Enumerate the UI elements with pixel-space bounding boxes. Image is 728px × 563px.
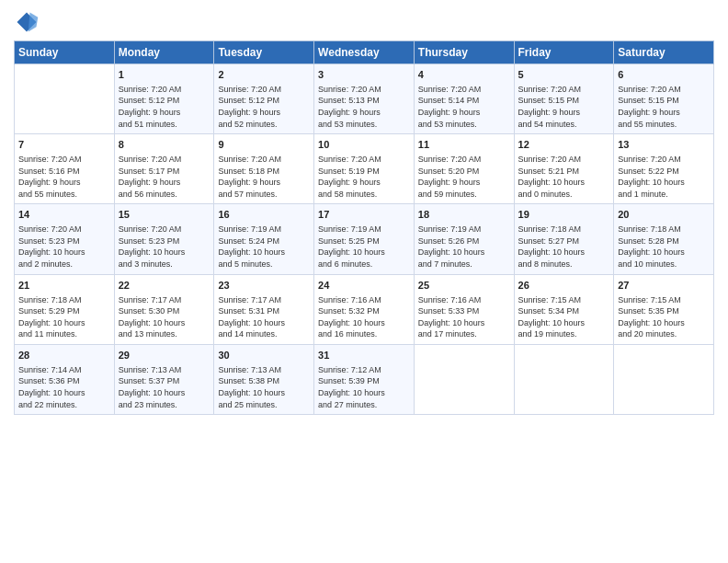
- day-number: 20: [618, 208, 710, 222]
- day-cell: 7Sunrise: 7:20 AM Sunset: 5:16 PM Daylig…: [15, 134, 115, 204]
- page: SundayMondayTuesdayWednesdayThursdayFrid…: [0, 0, 728, 563]
- day-info: Sunrise: 7:19 AM Sunset: 5:25 PM Dayligh…: [318, 224, 410, 270]
- day-info: Sunrise: 7:20 AM Sunset: 5:12 PM Dayligh…: [119, 84, 210, 130]
- day-info: Sunrise: 7:13 AM Sunset: 5:37 PM Dayligh…: [119, 364, 210, 410]
- day-cell: 2Sunrise: 7:20 AM Sunset: 5:12 PM Daylig…: [214, 64, 314, 134]
- day-info: Sunrise: 7:20 AM Sunset: 5:13 PM Dayligh…: [318, 84, 410, 130]
- day-number: 17: [318, 208, 410, 222]
- day-number: 27: [618, 279, 710, 293]
- day-number: 2: [218, 68, 310, 82]
- day-info: Sunrise: 7:15 AM Sunset: 5:34 PM Dayligh…: [518, 294, 610, 340]
- day-cell: 30Sunrise: 7:13 AM Sunset: 5:38 PM Dayli…: [214, 344, 314, 414]
- day-cell: 18Sunrise: 7:19 AM Sunset: 5:26 PM Dayli…: [414, 204, 514, 274]
- day-info: Sunrise: 7:20 AM Sunset: 5:19 PM Dayligh…: [318, 154, 410, 200]
- calendar-table: SundayMondayTuesdayWednesdayThursdayFrid…: [14, 40, 714, 415]
- day-number: 10: [318, 138, 410, 152]
- day-info: Sunrise: 7:20 AM Sunset: 5:17 PM Dayligh…: [119, 154, 210, 200]
- day-cell: 26Sunrise: 7:15 AM Sunset: 5:34 PM Dayli…: [514, 274, 614, 344]
- day-cell: [15, 64, 115, 134]
- day-number: 25: [418, 279, 510, 293]
- day-info: Sunrise: 7:16 AM Sunset: 5:32 PM Dayligh…: [318, 294, 410, 340]
- day-cell: 23Sunrise: 7:17 AM Sunset: 5:31 PM Dayli…: [214, 274, 314, 344]
- day-cell: 3Sunrise: 7:20 AM Sunset: 5:13 PM Daylig…: [314, 64, 415, 134]
- day-cell: 14Sunrise: 7:20 AM Sunset: 5:23 PM Dayli…: [15, 204, 115, 274]
- day-cell: 31Sunrise: 7:12 AM Sunset: 5:39 PM Dayli…: [314, 344, 415, 414]
- day-number: 24: [318, 279, 410, 293]
- day-cell: 25Sunrise: 7:16 AM Sunset: 5:33 PM Dayli…: [414, 274, 514, 344]
- day-number: 11: [418, 138, 510, 152]
- day-cell: 12Sunrise: 7:20 AM Sunset: 5:21 PM Dayli…: [514, 134, 614, 204]
- day-cell: 19Sunrise: 7:18 AM Sunset: 5:27 PM Dayli…: [514, 204, 614, 274]
- day-cell: 27Sunrise: 7:15 AM Sunset: 5:35 PM Dayli…: [614, 274, 714, 344]
- week-row-1: 1Sunrise: 7:20 AM Sunset: 5:12 PM Daylig…: [15, 64, 714, 134]
- day-number: 30: [218, 349, 310, 362]
- day-info: Sunrise: 7:17 AM Sunset: 5:31 PM Dayligh…: [218, 294, 310, 340]
- day-cell: [414, 344, 514, 414]
- day-info: Sunrise: 7:20 AM Sunset: 5:23 PM Dayligh…: [18, 224, 110, 270]
- day-number: 1: [119, 68, 210, 82]
- day-info: Sunrise: 7:14 AM Sunset: 5:36 PM Dayligh…: [18, 364, 110, 410]
- day-info: Sunrise: 7:20 AM Sunset: 5:14 PM Dayligh…: [418, 84, 510, 130]
- day-info: Sunrise: 7:19 AM Sunset: 5:26 PM Dayligh…: [418, 224, 510, 270]
- header: [14, 9, 714, 35]
- day-cell: [514, 344, 614, 414]
- day-info: Sunrise: 7:20 AM Sunset: 5:20 PM Dayligh…: [418, 154, 510, 200]
- day-number: 15: [119, 208, 210, 222]
- day-cell: 1Sunrise: 7:20 AM Sunset: 5:12 PM Daylig…: [114, 64, 214, 134]
- day-info: Sunrise: 7:18 AM Sunset: 5:27 PM Dayligh…: [518, 224, 610, 270]
- col-header-wednesday: Wednesday: [314, 41, 415, 64]
- day-cell: 24Sunrise: 7:16 AM Sunset: 5:32 PM Dayli…: [314, 274, 415, 344]
- day-number: 9: [218, 138, 310, 152]
- col-header-friday: Friday: [514, 41, 614, 64]
- day-number: 23: [218, 279, 310, 293]
- day-number: 16: [218, 208, 310, 222]
- day-cell: 8Sunrise: 7:20 AM Sunset: 5:17 PM Daylig…: [114, 134, 214, 204]
- day-cell: 5Sunrise: 7:20 AM Sunset: 5:15 PM Daylig…: [514, 64, 614, 134]
- day-cell: 21Sunrise: 7:18 AM Sunset: 5:29 PM Dayli…: [15, 274, 115, 344]
- day-cell: 6Sunrise: 7:20 AM Sunset: 5:15 PM Daylig…: [614, 64, 714, 134]
- week-row-2: 7Sunrise: 7:20 AM Sunset: 5:16 PM Daylig…: [15, 134, 714, 204]
- day-cell: 29Sunrise: 7:13 AM Sunset: 5:37 PM Dayli…: [114, 344, 214, 414]
- day-info: Sunrise: 7:15 AM Sunset: 5:35 PM Dayligh…: [618, 294, 710, 340]
- day-number: 5: [518, 68, 610, 82]
- day-cell: 4Sunrise: 7:20 AM Sunset: 5:14 PM Daylig…: [414, 64, 514, 134]
- day-number: 6: [618, 68, 710, 82]
- day-info: Sunrise: 7:18 AM Sunset: 5:29 PM Dayligh…: [18, 294, 110, 340]
- day-cell: [614, 344, 714, 414]
- day-number: 7: [18, 138, 110, 152]
- day-number: 3: [318, 68, 410, 82]
- day-number: 28: [18, 349, 110, 362]
- logo-icon: [14, 9, 40, 35]
- day-cell: 28Sunrise: 7:14 AM Sunset: 5:36 PM Dayli…: [15, 344, 115, 414]
- logo: [14, 9, 43, 35]
- day-cell: 11Sunrise: 7:20 AM Sunset: 5:20 PM Dayli…: [414, 134, 514, 204]
- day-number: 31: [318, 349, 410, 362]
- day-info: Sunrise: 7:13 AM Sunset: 5:38 PM Dayligh…: [218, 364, 310, 410]
- day-info: Sunrise: 7:20 AM Sunset: 5:16 PM Dayligh…: [18, 154, 110, 200]
- svg-marker-1: [28, 13, 39, 32]
- day-number: 14: [18, 208, 110, 222]
- col-header-saturday: Saturday: [614, 41, 714, 64]
- day-number: 22: [119, 279, 210, 293]
- day-info: Sunrise: 7:20 AM Sunset: 5:18 PM Dayligh…: [218, 154, 310, 200]
- day-number: 12: [518, 138, 610, 152]
- day-info: Sunrise: 7:20 AM Sunset: 5:15 PM Dayligh…: [518, 84, 610, 130]
- day-info: Sunrise: 7:19 AM Sunset: 5:24 PM Dayligh…: [218, 224, 310, 270]
- day-cell: 10Sunrise: 7:20 AM Sunset: 5:19 PM Dayli…: [314, 134, 415, 204]
- day-info: Sunrise: 7:20 AM Sunset: 5:21 PM Dayligh…: [518, 154, 610, 200]
- day-info: Sunrise: 7:16 AM Sunset: 5:33 PM Dayligh…: [418, 294, 510, 340]
- day-cell: 17Sunrise: 7:19 AM Sunset: 5:25 PM Dayli…: [314, 204, 415, 274]
- day-info: Sunrise: 7:12 AM Sunset: 5:39 PM Dayligh…: [318, 364, 410, 410]
- day-number: 21: [18, 279, 110, 293]
- day-number: 29: [119, 349, 210, 362]
- day-info: Sunrise: 7:20 AM Sunset: 5:12 PM Dayligh…: [218, 84, 310, 130]
- day-cell: 15Sunrise: 7:20 AM Sunset: 5:23 PM Dayli…: [114, 204, 214, 274]
- day-cell: 22Sunrise: 7:17 AM Sunset: 5:30 PM Dayli…: [114, 274, 214, 344]
- day-cell: 9Sunrise: 7:20 AM Sunset: 5:18 PM Daylig…: [214, 134, 314, 204]
- day-info: Sunrise: 7:20 AM Sunset: 5:15 PM Dayligh…: [618, 84, 710, 130]
- day-number: 8: [119, 138, 210, 152]
- col-header-sunday: Sunday: [15, 41, 115, 64]
- day-number: 19: [518, 208, 610, 222]
- week-row-5: 28Sunrise: 7:14 AM Sunset: 5:36 PM Dayli…: [15, 344, 714, 414]
- week-row-4: 21Sunrise: 7:18 AM Sunset: 5:29 PM Dayli…: [15, 274, 714, 344]
